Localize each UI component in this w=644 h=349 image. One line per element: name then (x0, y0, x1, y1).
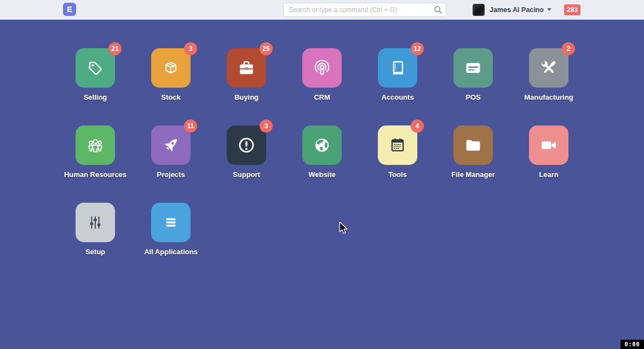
app-tile-website[interactable] (302, 125, 342, 165)
app-tile-all-applications[interactable] (151, 203, 191, 242)
credit-card-icon (463, 58, 484, 78)
app-tile-file-manager[interactable] (453, 125, 493, 165)
notification-badge: 2 (562, 42, 575, 55)
briefcase-icon (236, 58, 257, 78)
app-tile-pos[interactable] (453, 48, 493, 88)
module-cell: 11 Projects (133, 125, 209, 179)
user-name: James Al Pacino (490, 6, 544, 14)
podcast-icon (312, 58, 332, 78)
module-label: Manufacturing (524, 93, 573, 101)
module-cell: 3 Support (209, 125, 284, 179)
module-label: Learn (539, 170, 558, 179)
recording-timer: 0:00 (620, 340, 644, 349)
module-label: Human Resources (64, 170, 127, 179)
app-tile-stock[interactable]: 3 (151, 48, 191, 88)
module-cell: 2 Manufacturing (511, 48, 586, 101)
wrench-screwdriver-icon (538, 58, 559, 78)
module-cell: 4 Tools (360, 125, 435, 179)
cube-icon (160, 58, 181, 78)
exclamation-circle-icon (236, 135, 257, 156)
app-logo[interactable]: E (63, 3, 76, 16)
module-label: Support (233, 170, 260, 179)
module-cell: POS (435, 48, 511, 101)
module-label: Buying (234, 93, 258, 101)
menu-icon (160, 212, 181, 233)
top-navbar: E James Al Pacino 283 (0, 0, 644, 20)
tag-icon (85, 58, 106, 78)
module-cell: Website (284, 125, 360, 179)
search-icon (434, 5, 442, 14)
chevron-down-icon (547, 8, 551, 11)
module-cell: File Manager (435, 125, 511, 179)
module-cell: 21 Selling (58, 48, 133, 101)
desktop-screen: E James Al Pacino 283 21 Selling 3 (0, 0, 644, 349)
notification-badge: 3 (184, 42, 197, 55)
module-label: File Manager (451, 170, 495, 179)
app-tile-learn[interactable] (529, 125, 568, 165)
people-icon (85, 135, 106, 156)
calendar-icon (387, 135, 408, 156)
module-label: Selling (84, 93, 107, 101)
module-cell: All Applications (133, 203, 209, 256)
module-cell: Setup (58, 203, 133, 256)
book-icon (387, 58, 408, 78)
app-tile-manufacturing[interactable]: 2 (529, 48, 568, 88)
app-tile-setup[interactable] (76, 203, 115, 242)
notification-badge: 3 (260, 119, 273, 133)
app-tile-accounts[interactable]: 12 (378, 48, 417, 88)
video-camera-icon (538, 135, 559, 156)
module-label: Setup (85, 248, 105, 256)
notification-count-badge[interactable]: 283 (564, 4, 580, 15)
module-label: Accounts (381, 93, 413, 101)
sliders-icon (85, 212, 106, 233)
module-cell: 3 Stock (133, 48, 209, 101)
user-menu[interactable]: James Al Pacino (473, 0, 551, 19)
module-cell: Human Resources (58, 125, 133, 179)
module-label: Tools (388, 170, 407, 179)
user-avatar (473, 4, 485, 16)
app-tile-tools[interactable]: 4 (378, 125, 417, 165)
app-tile-support[interactable]: 3 (227, 125, 266, 165)
app-tile-buying[interactable]: 25 (227, 48, 266, 88)
app-tile-human-resources[interactable] (76, 125, 115, 165)
notification-badge: 25 (260, 42, 273, 55)
module-label: CRM (314, 93, 330, 101)
notification-badge: 4 (411, 119, 424, 133)
app-tile-selling[interactable]: 21 (76, 48, 115, 88)
notification-badge: 11 (184, 119, 197, 133)
module-icon-grid: 21 Selling 3 Stock 25 Buying CRM (58, 48, 586, 280)
global-search (283, 3, 446, 17)
search-input[interactable] (283, 3, 446, 17)
globe-icon (312, 135, 332, 156)
module-label: Projects (157, 170, 185, 179)
module-cell: Learn (511, 125, 586, 179)
module-cell: 25 Buying (209, 48, 284, 101)
module-label: POS (465, 93, 480, 101)
module-label: Stock (161, 93, 180, 101)
app-tile-crm[interactable] (302, 48, 342, 88)
module-label: Website (308, 170, 336, 179)
module-cell: CRM (284, 48, 360, 101)
folder-icon (463, 135, 484, 156)
module-cell: 12 Accounts (360, 48, 435, 101)
notification-badge: 12 (411, 42, 424, 55)
notification-badge: 21 (108, 42, 122, 55)
module-label: All Applications (144, 248, 198, 256)
app-tile-projects[interactable]: 11 (151, 125, 191, 165)
rocket-icon (160, 135, 181, 156)
